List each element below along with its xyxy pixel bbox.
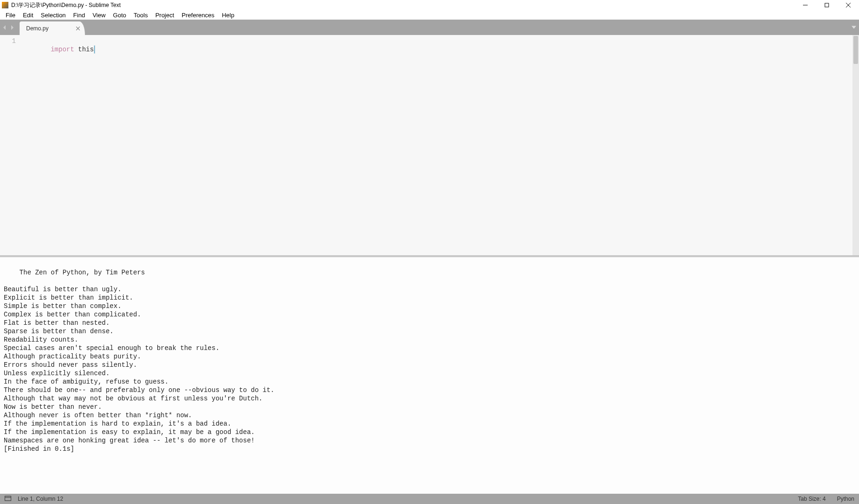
status-left: Line 1, Column 12 [5,496,63,503]
menu-bar: FileEditSelectionFindViewGotoToolsProjec… [0,10,859,20]
menu-item-selection[interactable]: Selection [37,11,69,20]
output-text: The Zen of Python, by Tim Peters Beautif… [4,269,275,453]
menu-item-project[interactable]: Project [152,11,178,20]
status-syntax[interactable]: Python [837,496,854,502]
menu-item-goto[interactable]: Goto [109,11,130,20]
text-cursor [94,46,95,53]
editor-wrap: 1 import this The Zen of Python, by Tim … [0,35,859,494]
panel-switch-icon[interactable] [5,496,11,503]
identifier-this: this [74,46,94,53]
close-button[interactable] [838,0,859,10]
tab-dropdown-icon[interactable] [852,24,856,31]
svg-rect-1 [5,496,11,501]
gutter: 1 [0,35,22,45]
output-panel[interactable]: The Zen of Python, by Tim Peters Beautif… [0,257,859,494]
tab-nav-prev-icon[interactable] [1,24,8,31]
scrollbar-thumb[interactable] [853,36,858,64]
maximize-button[interactable] [816,0,838,10]
status-position[interactable]: Line 1, Column 12 [18,496,63,502]
menu-item-edit[interactable]: Edit [19,11,37,20]
tab-label: Demo.py [26,25,49,32]
menu-item-view[interactable]: View [89,11,109,20]
tab-row: Demo.py [0,20,859,35]
tab-demo-py[interactable]: Demo.py [20,21,85,35]
menu-item-tools[interactable]: Tools [130,11,151,20]
title-left: D:\学习记录\Python\Demo.py - Sublime Text [2,1,121,9]
app-icon [2,2,8,8]
tab-close-icon[interactable] [75,25,81,32]
editor-area[interactable]: 1 import this [0,35,859,255]
menu-item-help[interactable]: Help [218,11,238,20]
window-title: D:\学习记录\Python\Demo.py - Sublime Text [11,1,121,9]
code-content[interactable]: import this [27,37,95,62]
status-right: Tab Size: 4 Python [798,496,854,502]
menu-item-find[interactable]: Find [70,11,89,20]
svg-rect-0 [825,3,829,7]
tab-nav-arrows [0,20,17,35]
menu-item-file[interactable]: File [2,11,19,20]
line-number: 1 [0,37,16,45]
status-bar: Line 1, Column 12 Tab Size: 4 Python [0,494,859,504]
keyword-import: import [50,46,74,53]
minimize-button[interactable] [795,0,816,10]
title-bar: D:\学习记录\Python\Demo.py - Sublime Text [0,0,859,10]
status-tab-size[interactable]: Tab Size: 4 [798,496,825,502]
window-controls [795,0,859,10]
vertical-scrollbar[interactable] [852,35,859,255]
tab-nav-next-icon[interactable] [8,24,16,31]
menu-item-preferences[interactable]: Preferences [178,11,218,20]
